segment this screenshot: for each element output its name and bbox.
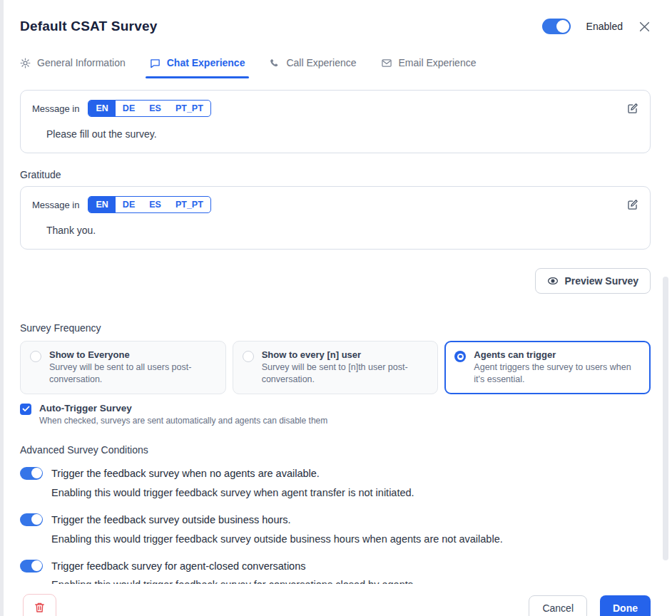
business-hours-toggle[interactable] — [20, 513, 43, 526]
language-tabs: EN DE ES PT_PT — [88, 100, 210, 117]
page-title: Default CSAT Survey — [20, 19, 157, 34]
trash-icon — [34, 602, 45, 615]
eye-icon — [547, 276, 559, 286]
enabled-label: Enabled — [586, 21, 623, 32]
radio-unselected-icon[interactable] — [30, 351, 41, 362]
auto-trigger-description: When checked, surveys are sent automatic… — [39, 416, 327, 426]
tab-call-experience[interactable]: Call Experience — [269, 57, 356, 76]
tab-bar: General Information Chat Experience Call… — [20, 57, 651, 76]
gratitude-message-text: Thank you. — [46, 225, 638, 236]
preview-survey-button[interactable]: Preview Survey — [535, 268, 651, 294]
invitation-message-box: Message in EN DE ES PT_PT Please fill ou… — [20, 90, 651, 153]
option-description: Survey will be sent to [n]th user post-c… — [262, 361, 429, 386]
radio-selected-icon[interactable] — [454, 351, 466, 362]
toggle-row-no-agents: Trigger the feedback survey when no agen… — [20, 467, 651, 498]
survey-frequency-title: Survey Frequency — [20, 322, 651, 334]
edit-icon[interactable] — [627, 199, 638, 210]
lang-tab-de[interactable]: DE — [116, 101, 142, 116]
option-title: Show to every [n] user — [262, 349, 429, 360]
toggle-label: Trigger the feedback survey outside busi… — [51, 514, 291, 525]
option-description: Agent triggers the survey to users when … — [474, 361, 641, 386]
tab-chat-experience[interactable]: Chat Experience — [150, 57, 245, 76]
language-tabs: EN DE ES PT_PT — [88, 196, 210, 213]
message-in-label: Message in — [32, 200, 79, 210]
no-agents-toggle[interactable] — [20, 467, 43, 480]
lang-tab-pt[interactable]: PT_PT — [168, 197, 210, 212]
scrollbar-thumb[interactable] — [663, 277, 668, 560]
advanced-conditions-title: Advanced Survey Conditions — [20, 444, 651, 456]
toggle-row-agent-closed: Trigger feedback survey for agent-closed… — [20, 560, 651, 584]
modal-footer: Cancel Done — [20, 584, 651, 616]
toggle-label: Trigger the feedback survey when no agen… — [51, 468, 320, 479]
lang-tab-es[interactable]: ES — [142, 197, 168, 212]
lang-tab-en[interactable]: EN — [88, 101, 115, 116]
tab-label: Email Experience — [399, 57, 477, 68]
toggle-description: Enabling this would trigger feedback sur… — [51, 533, 651, 545]
option-description: Survey will be sent to all users post-co… — [49, 361, 216, 386]
gear-icon — [20, 58, 31, 68]
preview-survey-label: Preview Survey — [564, 275, 638, 287]
close-icon[interactable] — [638, 21, 651, 33]
tab-label: Chat Experience — [167, 57, 245, 68]
tab-email-experience[interactable]: Email Experience — [381, 57, 477, 76]
auto-trigger-label: Auto-Trigger Survey — [39, 403, 327, 414]
invitation-message-text: Please fill out the survey. — [46, 128, 638, 140]
agent-closed-toggle[interactable] — [20, 560, 43, 573]
auto-trigger-checkbox[interactable] — [20, 404, 31, 415]
delete-survey-button[interactable] — [23, 594, 56, 616]
phone-icon — [269, 58, 280, 68]
option-show-to-everyone[interactable]: Show to Everyone Survey will be sent to … — [20, 341, 226, 394]
toggle-description: Enabling this would trigger feedback sur… — [51, 487, 651, 498]
message-in-label: Message in — [32, 103, 79, 114]
lang-tab-de[interactable]: DE — [116, 197, 142, 212]
tab-label: Call Experience — [286, 57, 356, 68]
gratitude-message-box: Message in EN DE ES PT_PT Thank you. — [20, 186, 651, 250]
auto-trigger-row: Auto-Trigger Survey When checked, survey… — [20, 403, 651, 426]
tab-label: General Information — [37, 57, 126, 68]
toggle-label: Trigger feedback survey for agent-closed… — [51, 560, 306, 572]
toggle-knob — [556, 20, 569, 33]
gratitude-section-label: Gratitude — [20, 169, 651, 180]
lang-tab-es[interactable]: ES — [142, 101, 168, 116]
radio-unselected-icon[interactable] — [243, 351, 254, 362]
option-title: Show to Everyone — [49, 349, 216, 360]
lang-tab-pt[interactable]: PT_PT — [168, 101, 210, 116]
lang-tab-en[interactable]: EN — [88, 197, 115, 212]
edit-icon[interactable] — [627, 103, 638, 114]
tab-general-information[interactable]: General Information — [20, 57, 126, 76]
envelope-icon — [381, 58, 392, 68]
done-button[interactable]: Done — [600, 595, 651, 616]
enabled-toggle[interactable] — [542, 19, 571, 34]
cancel-button[interactable]: Cancel — [529, 595, 587, 616]
csat-survey-modal: Default CSAT Survey Enabled General Info… — [0, 0, 672, 616]
toggle-row-business-hours: Trigger the feedback survey outside busi… — [20, 513, 651, 545]
option-title: Agents can trigger — [474, 349, 641, 360]
option-agents-can-trigger[interactable]: Agents can trigger Agent triggers the su… — [444, 341, 651, 394]
option-show-to-every-n-user[interactable]: Show to every [n] user Survey will be se… — [233, 341, 439, 394]
survey-frequency-options: Show to Everyone Survey will be sent to … — [20, 341, 651, 394]
modal-header: Default CSAT Survey Enabled — [20, 19, 651, 34]
chat-bubble-icon — [150, 58, 161, 68]
toggle-description-clipped: Enabling this would trigger feedback sur… — [51, 579, 651, 584]
